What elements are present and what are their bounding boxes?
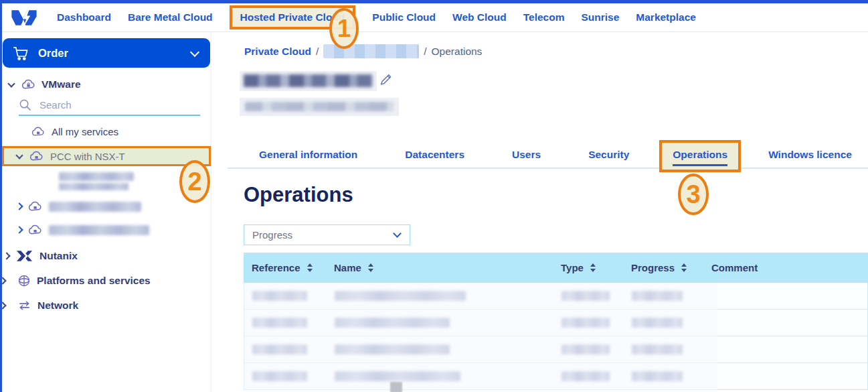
redacted-cell [632, 371, 683, 381]
redacted-service-name [59, 172, 134, 190]
breadcrumb-operations: Operations [432, 46, 483, 58]
annotation-step-3: 3 [678, 174, 709, 215]
edit-pencil-icon[interactable] [380, 72, 393, 89]
column-header-type: Type [553, 262, 623, 273]
search-icon [19, 99, 31, 111]
nav-marketplace[interactable]: Marketplace [636, 11, 696, 23]
annotation-step-2: 2 [179, 160, 210, 203]
sidebar-item-vmware-label: VMware [41, 78, 81, 90]
redacted-cell [335, 371, 460, 381]
cloud-lock-icon [29, 150, 44, 162]
tab-users[interactable]: Users [512, 149, 541, 161]
chevron-down-icon[interactable] [7, 80, 15, 87]
sidebar-item-platforms-and-services-label: Platforms and services [37, 275, 151, 287]
tab-general-information[interactable]: General information [259, 149, 357, 161]
redacted-cell [561, 291, 610, 301]
order-button-label: Order [38, 47, 68, 60]
cloud-lock-icon [31, 126, 45, 137]
window-left-border [0, 0, 2, 392]
tab-bar: General information Datacenters Users Se… [228, 142, 868, 169]
cloud-lock-icon [21, 78, 35, 90]
cart-icon [13, 46, 29, 60]
cloud-lock-icon [28, 224, 42, 236]
cloud-lock-icon [28, 200, 42, 212]
annotation-step-1: 1 [329, 8, 359, 49]
redacted-service-id [240, 98, 399, 116]
annotation-step-3-number: 3 [686, 180, 700, 209]
nav-telecom[interactable]: Telecom [523, 11, 565, 23]
nav-dashboard[interactable]: Dashboard [57, 11, 111, 23]
progress-filter-select[interactable]: Progress [244, 224, 410, 245]
operations-table: Reference Name Type Progress Comment [244, 253, 868, 392]
sort-icon[interactable] [368, 263, 373, 272]
redacted-service-title [240, 71, 377, 91]
redacted-cell [632, 318, 683, 328]
sort-icon[interactable] [590, 263, 596, 272]
nav-sunrise[interactable]: Sunrise [581, 11, 619, 23]
redacted-cell [335, 318, 450, 328]
sphere-icon [17, 274, 31, 287]
ovh-logo-icon [9, 7, 39, 28]
search-input[interactable]: Search [39, 99, 72, 111]
nav-web-cloud[interactable]: Web Cloud [452, 11, 507, 23]
table-row [244, 310, 867, 336]
sidebar-item-all-my-services[interactable]: All my services [2, 123, 211, 139]
tab-security[interactable]: Security [588, 149, 629, 161]
sidebar-search[interactable]: Search [19, 99, 200, 116]
order-button[interactable]: Order [3, 38, 210, 68]
primary-nav: Dashboard Bare Metal Cloud Hosted Privat… [57, 11, 696, 23]
network-arrows-icon [17, 301, 31, 310]
chevron-right-icon[interactable] [3, 252, 10, 259]
sidebar-item-service-2[interactable] [2, 222, 211, 237]
redacted-cell [561, 371, 610, 381]
sidebar-item-pcc-with-nsx-t[interactable]: PCC with NSX-T [2, 146, 211, 166]
breadcrumb-private-cloud[interactable]: Private Cloud [244, 46, 311, 58]
table-header-row: Reference Name Type Progress Comment [244, 253, 868, 283]
tab-operations[interactable]: Operations [673, 149, 727, 166]
table-row [244, 363, 867, 390]
chevron-down-icon[interactable] [15, 151, 23, 159]
sidebar-item-service-1[interactable] [2, 199, 211, 214]
sort-icon[interactable] [681, 263, 687, 272]
window-top-border [0, 0, 868, 3]
app-window: Dashboard Bare Metal Cloud Hosted Privat… [0, 0, 868, 392]
breadcrumb-separator: / [424, 46, 426, 58]
tab-windows-licence[interactable]: Windows licence [768, 149, 852, 161]
sidebar-item-vmware[interactable]: VMware [2, 76, 211, 92]
sidebar-item-nutanix[interactable]: Nutanix [2, 248, 211, 264]
top-navigation-bar: Dashboard Bare Metal Cloud Hosted Privat… [2, 3, 868, 32]
column-header-name: Name [326, 262, 553, 273]
redacted-text [59, 183, 128, 190]
chevron-down-icon [190, 47, 199, 56]
column-header-comment: Comment [703, 262, 868, 273]
tab-datacenters[interactable]: Datacenters [405, 149, 464, 161]
redacted-cell [252, 291, 307, 301]
redacted-cell [252, 318, 307, 328]
table-row [244, 283, 867, 310]
sidebar-item-network[interactable]: Network [2, 298, 211, 314]
table-body [244, 283, 868, 390]
sidebar-item-all-my-services-label: All my services [52, 126, 118, 137]
chevron-right-icon[interactable] [15, 226, 23, 233]
column-header-type-label: Type [561, 262, 584, 273]
redaction-artifact [390, 382, 402, 392]
column-header-progress-label: Progress [631, 262, 675, 273]
sidebar-item-platforms-and-services[interactable]: Platforms and services [2, 273, 211, 289]
sidebar: Order VMware Search [2, 32, 211, 392]
breadcrumb-separator: / [316, 46, 319, 58]
redacted-text [244, 74, 373, 87]
redacted-text [49, 225, 149, 235]
sort-icon[interactable] [307, 263, 313, 272]
nav-public-cloud[interactable]: Public Cloud [372, 11, 436, 23]
sidebar-item-network-label: Network [37, 300, 78, 312]
page-title: Operations [244, 183, 353, 207]
nutanix-icon [15, 249, 33, 263]
annotation-step-2-number: 2 [187, 168, 201, 196]
breadcrumb: Private Cloud / / Operations [244, 44, 482, 58]
redacted-cell [632, 344, 683, 354]
chevron-right-icon[interactable] [15, 202, 23, 210]
nav-bare-metal-cloud[interactable]: Bare Metal Cloud [128, 11, 213, 23]
ovh-logo[interactable] [9, 7, 39, 28]
nav-hosted-private-cloud[interactable]: Hosted Private Cloud [240, 11, 345, 23]
column-header-progress: Progress [623, 262, 703, 273]
